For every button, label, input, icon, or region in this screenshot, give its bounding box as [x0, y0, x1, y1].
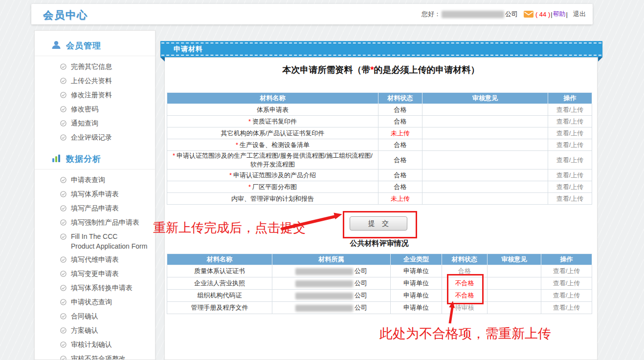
- greeting-prefix: 您好：: [422, 10, 441, 19]
- sidebar-item[interactable]: 修改密码: [35, 103, 155, 117]
- app-logo[interactable]: 会员中心: [43, 8, 88, 22]
- enterprise-type-cell: 申请单位: [391, 277, 442, 290]
- view-upload-link[interactable]: 查看/上传: [553, 267, 580, 275]
- material-name-cell: *生产设备、检测设备清单: [167, 139, 378, 151]
- banner-dashed-border: [161, 42, 601, 56]
- check-circle-icon: [60, 256, 67, 264]
- annotation-submit: 重新上传完成后，点击提交: [153, 219, 306, 236]
- column-header: 材料状态: [378, 93, 422, 104]
- check-circle-icon: [60, 134, 67, 142]
- sidebar-item[interactable]: 填写变更申请表: [35, 267, 155, 281]
- column-header: 审核意见: [488, 254, 541, 265]
- sidebar-item[interactable]: 填写代维申请表: [35, 253, 155, 267]
- view-upload-link[interactable]: 查看/上传: [553, 292, 580, 299]
- action-cell: 查看/上传: [541, 277, 592, 290]
- column-header: 材料名称: [167, 93, 378, 104]
- company-suffix: 公司: [505, 10, 518, 19]
- check-circle-icon: [60, 285, 67, 293]
- action-cell: 查看/上传: [548, 116, 592, 127]
- sidebar-item-label: 上传公共资料: [71, 77, 112, 85]
- sidebar-item[interactable]: 审核不符合项整改: [35, 352, 155, 360]
- status-cell: 合格: [378, 139, 422, 151]
- table-row: 其它机构的体系/产品认证证书复印件未上传查看/上传: [167, 127, 592, 139]
- sidebar-item[interactable]: 方案确认: [35, 324, 155, 338]
- check-circle-icon: [60, 271, 67, 278]
- material-name-cell: *厂区平面分布图: [167, 181, 378, 193]
- check-circle-icon: [60, 92, 67, 100]
- review-cell: [488, 277, 541, 290]
- view-upload-link[interactable]: 查看/上传: [556, 106, 584, 113]
- sidebar-item[interactable]: 填写体系申请表: [35, 188, 155, 202]
- material-name-cell: 内审、管理评审的计划和报告: [167, 193, 378, 205]
- section-banner: 申请材料: [160, 41, 602, 57]
- sidebar-item[interactable]: 填写体系转换申请表: [35, 281, 155, 296]
- column-header: 材料名称: [167, 254, 272, 265]
- action-cell: 查看/上传: [548, 151, 592, 169]
- status-cell: 合格: [378, 104, 422, 116]
- view-upload-link[interactable]: 查看/上传: [556, 171, 584, 179]
- sidebar-item[interactable]: 完善其它信息: [35, 60, 155, 74]
- view-upload-link[interactable]: 查看/上传: [556, 156, 584, 164]
- enterprise-type-cell: 申请单位: [391, 302, 442, 314]
- status-cell: 未上传: [378, 127, 422, 139]
- sidebar-item-label: 填写代维申请表: [71, 256, 119, 263]
- review-cell: [422, 181, 548, 193]
- table-row: *申请认证范围涉及的生产工艺流程图/服务提供流程图/施工组织流程图/软件开发流程…: [167, 151, 592, 169]
- sidebar-item[interactable]: Fill In The CCCProduct Application Form: [35, 230, 155, 253]
- status-cell: 合格: [378, 169, 422, 181]
- action-cell: 查看/上传: [548, 139, 592, 151]
- sidebar-item-label: 合同确认: [71, 313, 98, 320]
- sidebar-item[interactable]: 申请状态查询: [35, 296, 155, 310]
- page: 会员中心 您好： 公司 ( 44 ) | 帮助 | 退出 会员管理完善其它信息上…: [0, 0, 644, 360]
- sidebar-item-label: 审核不符合项整改: [71, 355, 126, 360]
- logout-link[interactable]: 退出: [573, 10, 586, 19]
- material-name-cell: 管理手册及程序文件: [167, 302, 272, 314]
- view-upload-link[interactable]: 查看/上传: [556, 118, 584, 125]
- table-row: 质量体系认证证书公司申请单位合格查看/上传: [167, 265, 592, 277]
- view-upload-link[interactable]: 查看/上传: [553, 304, 580, 311]
- review-cell: [422, 127, 548, 139]
- view-upload-link[interactable]: 查看/上传: [556, 141, 584, 148]
- member-icon: [51, 41, 61, 51]
- sidebar-item[interactable]: 修改注册资料: [35, 88, 155, 103]
- material-owner-cell: 公司: [272, 290, 391, 302]
- sidebar-item[interactable]: 通知查询: [35, 117, 155, 131]
- view-upload-link[interactable]: 查看/上传: [553, 279, 580, 287]
- review-cell: [422, 139, 548, 151]
- review-cell: [422, 151, 548, 169]
- check-circle-icon: [60, 313, 67, 321]
- sidebar-item-label: 通知查询: [71, 120, 98, 127]
- separator: |: [551, 11, 552, 18]
- sidebar-item[interactable]: 填写强制性产品申请表: [35, 216, 155, 230]
- status-cell: 合格: [442, 265, 488, 277]
- sidebar-item-label: 申请表查询: [71, 176, 105, 184]
- required-star: *: [173, 152, 175, 159]
- sidebar-menu: 申请表查询填写体系申请表填写产品申请表填写强制性产品申请表Fill In The…: [35, 173, 155, 360]
- column-header: 材料所属: [272, 254, 391, 265]
- view-upload-link[interactable]: 查看/上传: [556, 183, 584, 191]
- action-cell: 查看/上传: [548, 193, 592, 205]
- action-cell: 查看/上传: [548, 169, 592, 181]
- help-link[interactable]: 帮助: [553, 10, 566, 19]
- table-row: *资质证书复印件合格查看/上传: [167, 116, 592, 127]
- envelope-icon[interactable]: [524, 11, 533, 18]
- column-header: 操作: [541, 254, 592, 265]
- status-cell: 不合格: [442, 277, 488, 290]
- view-upload-link[interactable]: 查看/上传: [556, 129, 584, 137]
- view-upload-link[interactable]: 查看/上传: [556, 195, 584, 202]
- check-circle-icon: [60, 78, 67, 85]
- banner-title: 申请材料: [174, 45, 203, 54]
- sidebar-item[interactable]: 上传公共资料: [35, 74, 155, 88]
- mail-count-badge[interactable]: ( 44 ): [535, 11, 550, 18]
- sidebar-item[interactable]: 合同确认: [35, 310, 155, 324]
- ribbon-fold-right: [598, 57, 602, 62]
- status-cell: 合格: [378, 151, 422, 169]
- submit-button[interactable]: 提 交: [350, 216, 407, 231]
- material-name-cell: 其它机构的体系/产品认证证书复印件: [167, 127, 378, 139]
- sidebar-item[interactable]: 申请表查询: [35, 173, 155, 188]
- sidebar-item[interactable]: 企业评级记录: [35, 131, 155, 145]
- sidebar-item[interactable]: 审核计划确认: [35, 338, 155, 352]
- sidebar-item[interactable]: 填写产品申请表: [35, 202, 155, 216]
- required-star: *: [248, 118, 251, 125]
- column-header: 企业类型: [391, 254, 442, 265]
